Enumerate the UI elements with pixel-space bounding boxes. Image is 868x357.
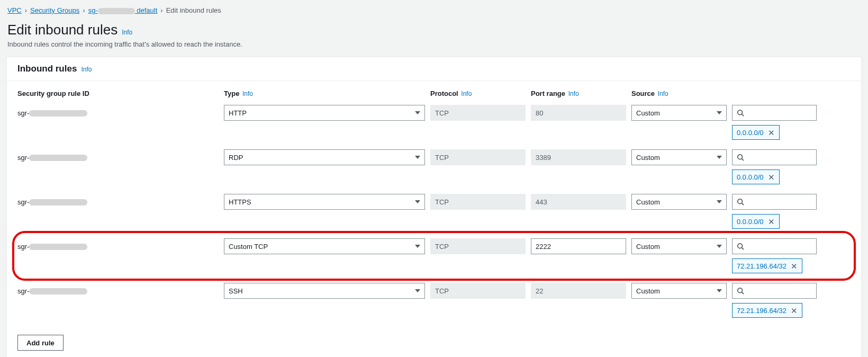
search-icon [737,198,744,206]
page-title: Edit inbound rules [7,22,117,38]
protocol-field: TCP [430,238,526,254]
svg-line-1 [742,114,744,117]
svg-line-3 [742,159,744,161]
rule-id: sgr- [17,194,219,206]
source-type-select[interactable]: Custom [631,149,727,165]
type-select[interactable]: RDP [224,149,425,165]
redacted-text [29,110,87,117]
port-range-field: 80 [531,105,626,121]
redacted-text [29,244,87,250]
port-range-field: 3389 [531,149,626,165]
chevron-down-icon [717,245,722,248]
svg-point-8 [738,288,743,293]
chevron-right-icon: › [160,6,162,14]
type-select[interactable]: HTTPS [224,194,425,210]
redacted-text [29,155,87,161]
source-search-input[interactable] [732,149,817,165]
rule-id: sgr- [17,149,219,162]
chevron-down-icon [717,111,722,114]
source-type-select[interactable]: Custom [631,283,727,299]
port-range-field: 22 [531,283,626,299]
type-info-link[interactable]: Info [242,90,253,97]
breadcrumb-current: Edit inbound rules [166,6,221,14]
source-search-input[interactable] [732,105,817,121]
source-search-input[interactable] [732,194,817,210]
chevron-right-icon: › [25,6,27,14]
chevron-down-icon [415,245,420,248]
svg-point-4 [738,199,743,204]
remove-tag-icon[interactable]: ✕ [767,218,776,226]
panel-info-link[interactable]: Info [81,66,92,73]
source-cidr-tag[interactable]: 72.21.196.64/32✕ [732,258,802,273]
inbound-rules-panel: Inbound rules Info Security group rule I… [6,57,862,357]
chevron-down-icon [415,200,420,203]
remove-tag-icon[interactable]: ✕ [767,173,776,181]
redacted-text [29,288,87,294]
svg-point-0 [738,110,743,115]
search-icon [737,109,744,117]
svg-point-6 [738,244,743,248]
breadcrumb-security-groups[interactable]: Security Groups [30,6,79,14]
rule-row: sgr-HTTPTCP80Custom0.0.0.0/0✕ [17,103,851,140]
source-cidr-tag[interactable]: 72.21.196.64/32✕ [732,303,802,318]
breadcrumb-security-group[interactable]: sg- default [88,6,158,14]
chevron-down-icon [717,200,722,203]
protocol-field: TCP [430,149,526,165]
rule-id: sgr- [17,105,219,117]
redacted-text [29,199,87,206]
rule-row: sgr-Custom TCPTCP2222Custom72.21.196.64/… [17,236,851,273]
chevron-right-icon: › [83,6,85,14]
breadcrumb-vpc[interactable]: VPC [7,6,22,14]
chevron-down-icon [415,111,420,114]
add-rule-button[interactable]: Add rule [17,335,64,351]
remove-tag-icon[interactable]: ✕ [790,307,799,315]
type-select[interactable]: Custom TCP [224,238,425,254]
panel-title: Inbound rules [17,64,77,74]
search-icon [737,154,744,161]
redacted-text [98,8,135,14]
chevron-down-icon [717,156,722,159]
source-info-link[interactable]: Info [658,90,668,97]
source-cidr-tag[interactable]: 0.0.0.0/0✕ [732,169,780,184]
port-range-field[interactable]: 2222 [531,238,626,254]
rule-row: sgr-SSHTCP22Custom72.21.196.64/32✕ [17,281,851,318]
rule-id: sgr- [17,238,219,251]
column-header-protocol: Protocol Info [430,83,526,101]
breadcrumb-sg-suffix: default [135,6,158,14]
source-cidr-tag[interactable]: 0.0.0.0/0✕ [732,125,780,140]
column-header-type: Type Info [224,83,425,101]
rule-row: sgr-HTTPSTCP443Custom0.0.0.0/0✕ [17,192,851,229]
type-select[interactable]: SSH [224,283,425,299]
source-type-select[interactable]: Custom [631,105,727,121]
chevron-down-icon [415,289,420,292]
remove-tag-icon[interactable]: ✕ [767,129,776,137]
remove-tag-icon[interactable]: ✕ [790,262,799,270]
column-header-source-value [732,83,817,93]
source-search-input[interactable] [732,283,817,299]
svg-line-7 [742,248,744,250]
rule-row: sgr-RDPTCP3389Custom0.0.0.0/0✕ [17,147,851,184]
svg-line-5 [742,203,744,206]
search-icon [737,287,744,294]
source-type-select[interactable]: Custom [631,238,727,254]
svg-line-9 [742,292,744,294]
protocol-field: TCP [430,194,526,210]
port-info-link[interactable]: Info [568,90,579,97]
source-search-input[interactable] [732,238,817,254]
svg-point-2 [738,155,743,159]
breadcrumb: VPC › Security Groups › sg- default › Ed… [7,6,862,14]
protocol-field: TCP [430,283,526,299]
protocol-info-link[interactable]: Info [461,90,472,97]
page-description: Inbound rules control the incoming traff… [7,40,862,48]
type-select[interactable]: HTTP [224,105,425,121]
source-type-select[interactable]: Custom [631,194,727,210]
source-cidr-tag[interactable]: 0.0.0.0/0✕ [732,214,780,229]
chevron-down-icon [415,156,420,159]
search-icon [737,243,744,250]
breadcrumb-sg-prefix: sg- [88,6,98,14]
column-header-source: Source Info [631,83,727,101]
column-header-rule-id: Security group rule ID [17,83,219,101]
column-header-port: Port range Info [531,83,626,101]
page-title-info-link[interactable]: Info [122,29,132,36]
port-range-field: 443 [531,194,626,210]
